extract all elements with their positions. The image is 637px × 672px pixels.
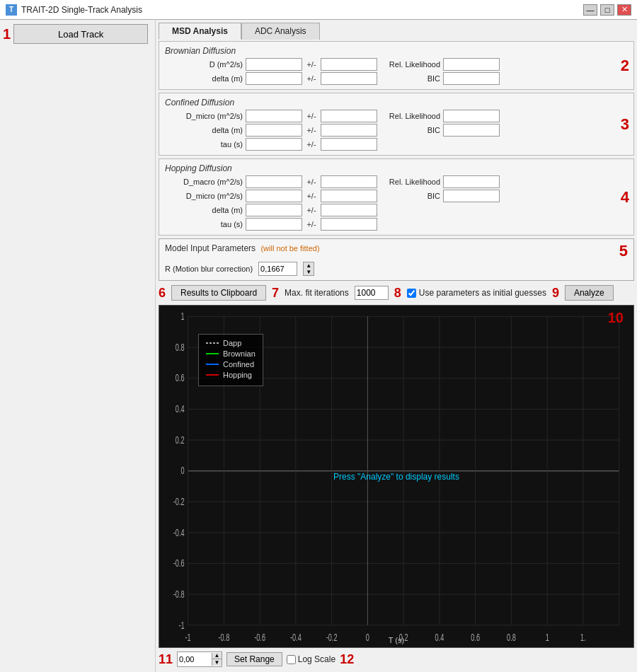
tab-adc[interactable]: ADC Analysis (241, 23, 320, 40)
confined-tau-input2[interactable] (321, 138, 377, 151)
model-params-section: Model Input Parameters (will not be fitt… (159, 238, 634, 281)
use-params-checkbox[interactable] (407, 289, 416, 298)
section-3-number: 3 (621, 115, 629, 134)
svg-text:1.: 1. (580, 632, 586, 644)
load-track-row: 1 Load Track (3, 24, 152, 44)
hopping-dmicro-row: D_micro (m^2/s) +/- BIC (165, 190, 628, 202)
hopping-dmacro-input1[interactable] (246, 175, 302, 188)
hopping-dmacro-label: D_macro (m^2/s) (165, 178, 243, 186)
brownian-d-row: D (m^2/s) +/- Rel. Likelihood (165, 58, 628, 71)
legend-hopping: Hopping (206, 371, 256, 379)
svg-text:0.4: 0.4 (435, 632, 444, 644)
confined-tau-pm: +/- (305, 140, 318, 149)
range-spinners[interactable]: ▲ ▼ (212, 653, 222, 666)
results-to-clipboard-button[interactable]: Results to Clipboard (171, 285, 266, 301)
tab-msd[interactable]: MSD Analysis (159, 23, 241, 40)
maximize-button[interactable]: □ (600, 4, 614, 16)
params-row: R (Motion blur correction) ▲ ▼ (165, 262, 628, 276)
hopping-dmacro-row: D_macro (m^2/s) +/- Rel. Likelihood (165, 175, 628, 188)
hopping-delta-input2[interactable] (321, 204, 377, 216)
brownian-rel-input[interactable] (443, 58, 500, 71)
r-label: R (Motion blur correction) (165, 265, 253, 273)
confined-delta-input1[interactable] (246, 124, 302, 137)
log-scale-label[interactable]: Log Scale (287, 654, 335, 664)
svg-text:-1: -1 (178, 619, 184, 631)
confined-bic-input[interactable] (443, 124, 500, 137)
set-range-button[interactable]: Set Range (226, 652, 282, 666)
chart-container: 10 Dapp (159, 305, 634, 648)
r-spinner-down[interactable]: ▼ (304, 269, 314, 275)
confined-section: 3 Confined Diffusion D_micro (m^2/s) +/-… (159, 93, 634, 156)
toolbar-row: 6 Results to Clipboard 7 Max. fit iterat… (159, 282, 634, 303)
hopping-section: 4 Hopping Diffusion D_macro (m^2/s) +/- … (159, 158, 634, 236)
hopping-dmicro-input2[interactable] (321, 190, 377, 202)
max-iter-input[interactable] (355, 286, 389, 300)
load-track-button[interactable]: Load Track (13, 24, 148, 44)
r-spinner[interactable]: ▲ ▼ (303, 262, 314, 276)
confined-rel-input[interactable] (443, 110, 500, 122)
svg-text:1: 1 (546, 632, 549, 644)
legend-confined-label: Confined (223, 360, 254, 369)
title-bar-title: TRAIT-2D Single-Track Analysis (21, 5, 142, 15)
brownian-delta-label: delta (m) (165, 74, 243, 83)
svg-text:-0.4: -0.4 (290, 632, 302, 644)
legend-hopping-label: Hopping (223, 371, 252, 379)
confined-tau-input1[interactable] (246, 138, 302, 151)
brownian-delta-input2[interactable] (321, 72, 377, 85)
brownian-bic-input[interactable] (443, 72, 500, 85)
section-5-number: 5 (619, 243, 628, 259)
brownian-d-input1[interactable] (246, 58, 302, 71)
confined-delta-input2[interactable] (321, 124, 377, 137)
log-scale-text: Log Scale (298, 654, 335, 664)
brownian-delta-input1[interactable] (246, 72, 302, 85)
hopping-rel-label: Rel. Likelihood (387, 178, 440, 186)
range-input[interactable] (178, 652, 212, 666)
hopping-dmicro-pm: +/- (305, 192, 318, 200)
brownian-delta-row: delta (m) +/- BIC (165, 72, 628, 85)
hopping-tau-row: tau (s) +/- (165, 218, 628, 231)
right-panel: MSD Analysis ADC Analysis 2 Brownian Dif… (156, 20, 637, 672)
log-scale-checkbox[interactable] (287, 655, 296, 664)
legend-confined: Confined (206, 360, 256, 369)
use-params-label[interactable]: Use parameters as initial guesses (407, 288, 546, 298)
use-params-text: Use parameters as initial guesses (419, 288, 546, 298)
confined-tau-label: tau (s) (165, 140, 243, 149)
section-12-number: 12 (340, 652, 354, 667)
brownian-d-input2[interactable] (321, 58, 377, 71)
svg-text:0.8: 0.8 (176, 342, 185, 354)
svg-text:-1: -1 (185, 632, 191, 644)
confined-title: Confined Diffusion (165, 98, 628, 108)
hopping-delta-label: delta (m) (165, 206, 243, 214)
hopping-tau-pm: +/- (305, 220, 318, 228)
hopping-dmicro-input1[interactable] (246, 190, 302, 202)
analyze-button[interactable]: Analyze (565, 285, 614, 301)
section-6-number: 6 (159, 286, 166, 299)
svg-text:0: 0 (366, 632, 369, 644)
confined-dmicro-pm: +/- (305, 112, 318, 120)
close-button[interactable]: ✕ (617, 4, 631, 16)
legend-brownian-label: Brownian (223, 349, 256, 358)
app-icon: T (6, 4, 17, 16)
brownian-section: 2 Brownian Diffusion D (m^2/s) +/- Rel. … (159, 41, 634, 90)
svg-text:-0.8: -0.8 (173, 589, 185, 601)
r-value-input[interactable] (258, 262, 297, 276)
hopping-tau-input2[interactable] (321, 218, 377, 231)
minimize-button[interactable]: — (583, 4, 597, 16)
confined-dmicro-input1[interactable] (246, 110, 302, 122)
r-spinner-up[interactable]: ▲ (304, 262, 314, 269)
svg-text:-0.4: -0.4 (173, 527, 185, 539)
hopping-dmicro-label: D_micro (m^2/s) (165, 192, 243, 200)
hopping-tau-input1[interactable] (246, 218, 302, 231)
range-input-wrapper[interactable]: ▲ ▼ (177, 651, 222, 667)
range-spin-up[interactable]: ▲ (212, 653, 222, 659)
svg-text:-0.6: -0.6 (254, 632, 265, 644)
max-iter-label: Max. fit iterations (285, 288, 349, 298)
hopping-bic-input[interactable] (443, 190, 500, 202)
hopping-dmacro-input2[interactable] (321, 175, 377, 188)
confined-dmicro-input2[interactable] (321, 110, 377, 122)
range-spin-down[interactable]: ▼ (212, 659, 222, 666)
hopping-rel-input[interactable] (443, 175, 500, 188)
hopping-delta-input1[interactable] (246, 204, 302, 216)
model-params-title: Model Input Parameters (165, 243, 256, 253)
section-10-number: 10 (608, 310, 624, 326)
